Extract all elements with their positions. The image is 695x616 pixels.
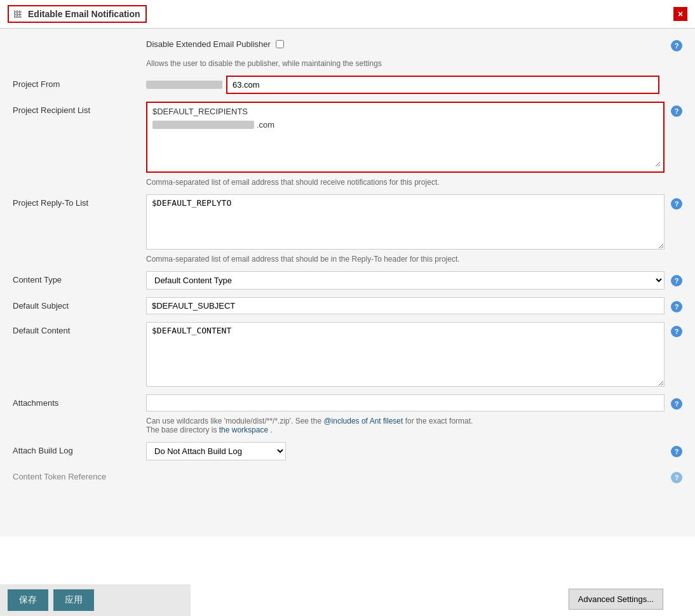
attachments-field: Can use wildcards like 'module/dist/**/*… <box>146 394 665 434</box>
content-token-help-icon[interactable]: ? <box>671 472 682 483</box>
project-recipient-row: Project Recipient List $DEFAULT_RECIPIEN… <box>13 102 682 187</box>
footer-spacer <box>13 491 682 529</box>
attachments-hint-text1: Can use wildcards like 'module/dist/**/*… <box>146 417 321 425</box>
attachments-input[interactable] <box>146 394 665 412</box>
project-reply-to-help-icon[interactable]: ? <box>671 198 682 210</box>
attachments-hint-link2[interactable]: the workspace <box>219 425 268 434</box>
project-from-field <box>146 76 659 94</box>
project-from-input[interactable] <box>226 76 659 94</box>
save-button[interactable]: 保存 <box>8 589 48 611</box>
attachments-label: Attachments <box>13 394 140 408</box>
disable-publisher-checkbox[interactable] <box>276 40 284 48</box>
attach-row: Do Not Attach Build Log Attach Build Log… <box>146 442 665 460</box>
disable-row: Disable Extended Email Publisher ? <box>13 36 682 51</box>
title-bar: Editable Email Notification × <box>0 0 695 29</box>
attachments-hint-text3: The base directory is <box>146 425 217 434</box>
project-reply-to-row: Project Reply-To List $DEFAULT_REPLYTO C… <box>13 194 682 264</box>
content-token-row: Content Token Reference ? <box>13 468 682 483</box>
main-container: Editable Email Notification × Disable Ex… <box>0 0 695 616</box>
default-content-help-icon[interactable]: ? <box>671 326 682 337</box>
default-subject-input[interactable] <box>146 297 665 314</box>
project-reply-to-field: $DEFAULT_REPLYTO Comma-separated list of… <box>146 194 665 264</box>
default-content-textarea[interactable]: $DEFAULT_CONTENT <box>146 322 665 387</box>
disable-publisher-label: Disable Extended Email Publisher <box>146 39 271 49</box>
attach-build-log-field: Do Not Attach Build Log Attach Build Log… <box>146 442 665 460</box>
attachments-hint: Can use wildcards like 'module/dist/**/*… <box>146 417 665 434</box>
recipient-first-line: $DEFAULT_RECIPIENTS <box>150 105 661 117</box>
project-recipient-field: $DEFAULT_RECIPIENTS .com Comma-separated… <box>146 102 665 187</box>
project-reply-to-hint: Comma-separated list of email address th… <box>146 255 665 264</box>
project-from-blurred <box>146 81 222 89</box>
attach-build-log-row: Attach Build Log Do Not Attach Build Log… <box>13 442 682 460</box>
content-type-label: Content Type <box>13 271 140 285</box>
content-type-help-icon[interactable]: ? <box>671 275 682 286</box>
grid-icon <box>14 10 22 18</box>
project-recipient-textarea[interactable] <box>150 132 661 167</box>
recipient-blurred-email <box>152 121 254 129</box>
default-content-row: Default Content $DEFAULT_CONTENT ? <box>13 322 682 387</box>
apply-button[interactable]: 应用 <box>53 589 94 611</box>
attachments-hint-link1[interactable]: @includes of Ant fileset <box>323 417 403 425</box>
project-reply-to-textarea[interactable]: $DEFAULT_REPLYTO <box>146 194 665 250</box>
project-from-row: Project From <box>13 76 682 94</box>
project-recipient-hint: Comma-separated list of email address th… <box>146 178 665 187</box>
disable-field-col: Disable Extended Email Publisher <box>146 39 665 49</box>
recipient-blurred-row: .com <box>150 117 661 132</box>
advanced-settings-button[interactable]: Advanced Settings... <box>569 589 663 610</box>
disable-help-icon[interactable]: ? <box>671 40 682 51</box>
disable-label <box>13 42 140 46</box>
attachments-hint-text4: . <box>270 425 272 434</box>
project-reply-to-label: Project Reply-To List <box>13 194 140 208</box>
project-recipient-help-icon[interactable]: ? <box>671 105 682 117</box>
attachments-row: Attachments Can use wildcards like 'modu… <box>13 394 682 434</box>
footer-bar: 保存 应用 <box>0 584 191 616</box>
disable-hint: Allows the user to disable the publisher… <box>146 59 682 68</box>
default-content-field: $DEFAULT_CONTENT <box>146 322 665 387</box>
content-token-label: Content Token Reference <box>13 468 140 481</box>
attachments-help-icon[interactable]: ? <box>671 398 682 410</box>
attach-build-log-select[interactable]: Do Not Attach Build Log Attach Build Log… <box>146 442 286 460</box>
content-type-select[interactable]: Default Content Type HTML Plain Text Bot… <box>146 271 665 290</box>
content-type-field: Default Content Type HTML Plain Text Bot… <box>146 271 665 290</box>
default-subject-field <box>146 297 665 314</box>
default-subject-label: Default Subject <box>13 297 140 311</box>
attachments-hint-text2: for the exact format. <box>405 417 473 425</box>
content-type-row: Content Type Default Content Type HTML P… <box>13 271 682 290</box>
recipient-wrapper: $DEFAULT_RECIPIENTS .com <box>146 102 665 173</box>
default-subject-row: Default Subject ? <box>13 297 682 314</box>
default-content-label: Default Content <box>13 322 140 335</box>
close-button[interactable]: × <box>673 7 687 21</box>
form-body: Disable Extended Email Publisher ? Allow… <box>0 29 695 537</box>
recipient-domain: .com <box>257 120 274 130</box>
panel-title: Editable Email Notification <box>28 9 140 19</box>
project-from-label: Project From <box>13 76 140 89</box>
title-box: Editable Email Notification <box>8 5 147 23</box>
default-subject-help-icon[interactable]: ? <box>671 301 682 312</box>
attach-build-log-help-icon[interactable]: ? <box>671 446 682 457</box>
attach-build-log-label: Attach Build Log <box>13 442 140 455</box>
project-recipient-label: Project Recipient List <box>13 102 140 115</box>
